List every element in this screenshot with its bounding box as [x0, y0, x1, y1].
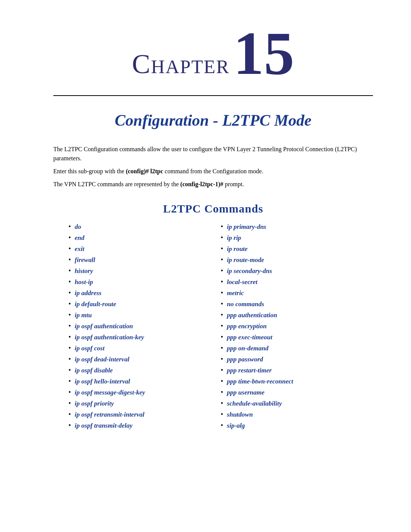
- bullet-icon: •: [68, 234, 71, 242]
- command-label[interactable]: ip ospf authentication: [75, 323, 133, 330]
- list-item: •exit: [68, 245, 206, 253]
- command-label[interactable]: local-secret: [227, 278, 257, 286]
- command-label[interactable]: ip address: [75, 289, 101, 297]
- command-label[interactable]: ip ospf authentication-key: [75, 334, 144, 341]
- list-item: •ip ospf retransmit-interval: [68, 411, 206, 419]
- chapter-number: 15: [233, 23, 294, 84]
- list-item: •ppp authentication: [221, 311, 358, 319]
- list-item: •ip ospf message-digest-key: [68, 388, 206, 396]
- list-item: •ip ospf disable: [68, 366, 206, 374]
- command-label[interactable]: metric: [227, 289, 244, 297]
- command-label[interactable]: ip ospf message-digest-key: [75, 389, 145, 396]
- command-label[interactable]: ppp restart-timer: [227, 367, 272, 374]
- list-item: •ip secondary-dns: [221, 267, 358, 275]
- command-label[interactable]: ip route-mode: [227, 256, 264, 264]
- command-label[interactable]: ppp encryption: [227, 323, 266, 330]
- command-label[interactable]: schedule-availability: [227, 400, 282, 407]
- bullet-icon: •: [221, 333, 223, 341]
- list-item: •shutdown: [221, 411, 358, 419]
- bullet-icon: •: [68, 256, 71, 264]
- bullet-icon: •: [68, 333, 71, 341]
- list-item: •no commands: [221, 300, 358, 308]
- bullet-icon: •: [68, 366, 71, 374]
- list-item: •end: [68, 234, 206, 242]
- command-label[interactable]: do: [75, 223, 81, 231]
- bullet-icon: •: [68, 311, 71, 319]
- command-label[interactable]: no commands: [227, 300, 264, 308]
- bullet-icon: •: [221, 311, 223, 319]
- commands-right-column: •ip primary-dns•ip rip•ip route•ip route…: [213, 223, 365, 433]
- list-item: •ip ospf dead-interval: [68, 355, 206, 363]
- list-item: •ppp time-btwn-reconnect: [221, 377, 358, 385]
- command-label[interactable]: ip ospf dead-interval: [75, 356, 129, 363]
- list-item: •ppp exec-timeout: [221, 333, 358, 341]
- command-label[interactable]: ppp on-demand: [227, 345, 268, 352]
- list-item: •ppp restart-timer: [221, 366, 358, 374]
- command-label[interactable]: ip ospf cost: [75, 345, 104, 352]
- bullet-icon: •: [221, 300, 223, 308]
- list-item: •ppp on-demand: [221, 344, 358, 352]
- command-label[interactable]: ip secondary-dns: [227, 267, 272, 275]
- chapter-divider: [53, 95, 373, 96]
- list-item: •do: [68, 223, 206, 231]
- command-label[interactable]: ip ospf disable: [75, 367, 113, 374]
- intro-paragraph-1: The L2TPC Configuration commands allow t…: [53, 145, 373, 163]
- bullet-icon: •: [221, 388, 223, 396]
- intro-paragraph-3: The VPN L2TPC commands are represented b…: [53, 180, 373, 189]
- command-label[interactable]: ip mtu: [75, 312, 92, 319]
- bullet-icon: •: [221, 234, 223, 242]
- bullet-icon: •: [221, 377, 223, 385]
- command-label[interactable]: ppp username: [227, 389, 264, 396]
- bullet-icon: •: [68, 399, 71, 407]
- command-label[interactable]: ip ospf retransmit-interval: [75, 411, 144, 419]
- command-label[interactable]: ip primary-dns: [227, 223, 266, 231]
- bullet-icon: •: [68, 278, 71, 286]
- list-item: •ip ospf hello-interval: [68, 377, 206, 385]
- bullet-icon: •: [68, 411, 71, 419]
- bullet-icon: •: [68, 322, 71, 330]
- command-label[interactable]: ip ospf hello-interval: [75, 378, 130, 385]
- command-label[interactable]: end: [75, 234, 84, 242]
- bullet-icon: •: [68, 223, 71, 231]
- command-label[interactable]: ppp exec-timeout: [227, 334, 272, 341]
- intro-paragraph-2: Enter this sub-group with the (config)# …: [53, 167, 373, 176]
- command-label[interactable]: host-ip: [75, 278, 93, 286]
- list-item: •ip primary-dns: [221, 223, 358, 231]
- list-item: •ip route-mode: [221, 256, 358, 264]
- command-label[interactable]: sip-alg: [227, 422, 245, 430]
- command-label[interactable]: firewall: [75, 256, 95, 264]
- command-label[interactable]: shutdown: [227, 411, 253, 419]
- list-item: •ppp encryption: [221, 322, 358, 330]
- bullet-icon: •: [68, 422, 71, 430]
- bullet-icon: •: [68, 267, 71, 275]
- command-label[interactable]: history: [75, 267, 93, 275]
- list-item: •ip ospf priority: [68, 399, 206, 407]
- command-label[interactable]: ppp authentication: [227, 312, 277, 319]
- bullet-icon: •: [221, 422, 223, 430]
- bullet-icon: •: [68, 245, 71, 253]
- command-label[interactable]: ppp time-btwn-reconnect: [227, 378, 293, 385]
- command-label[interactable]: ip rip: [227, 234, 241, 242]
- bullet-icon: •: [221, 366, 223, 374]
- list-item: •ip ospf transmit-delay: [68, 422, 206, 430]
- list-item: •ip ospf cost: [68, 344, 206, 352]
- list-item: •ip default-route: [68, 300, 206, 308]
- command-label[interactable]: ppp password: [227, 356, 263, 363]
- chapter-label: Chapter: [132, 48, 229, 84]
- command-label[interactable]: ip ospf transmit-delay: [75, 422, 132, 430]
- command-label[interactable]: ip ospf priority: [75, 400, 114, 407]
- list-item: •ip address: [68, 289, 206, 297]
- list-item: •metric: [221, 289, 358, 297]
- bullet-icon: •: [68, 388, 71, 396]
- bullet-icon: •: [221, 355, 223, 363]
- command-label[interactable]: ip default-route: [75, 300, 116, 308]
- list-item: •ppp password: [221, 355, 358, 363]
- bullet-icon: •: [68, 355, 71, 363]
- command-label[interactable]: exit: [75, 245, 84, 253]
- command-label[interactable]: ip route: [227, 245, 247, 253]
- list-item: •schedule-availability: [221, 399, 358, 407]
- list-item: •ip route: [221, 245, 358, 253]
- list-item: •ip rip: [221, 234, 358, 242]
- bullet-icon: •: [221, 278, 223, 286]
- bullet-icon: •: [221, 411, 223, 419]
